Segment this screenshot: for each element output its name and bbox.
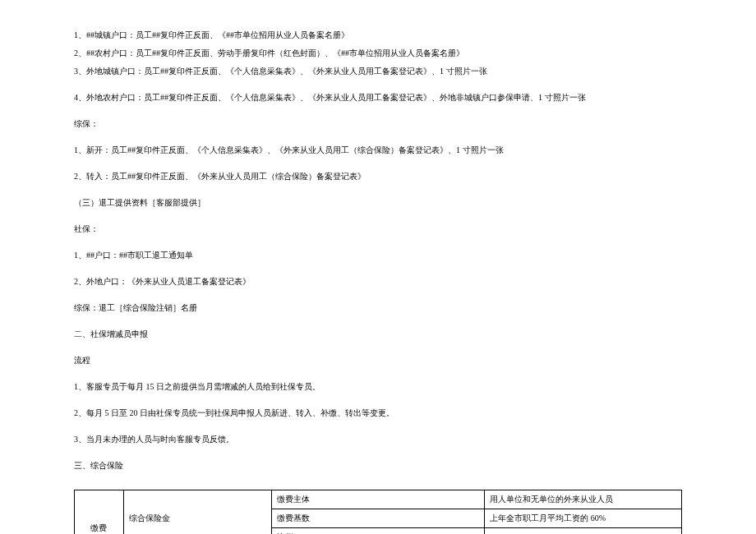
label-shebao: 社保： xyxy=(74,222,682,237)
line-9: 2、外地户口：《外来从业人员退工备案登记表》 xyxy=(74,274,682,289)
cell: 用人单位和无单位的外来从业人员 xyxy=(485,490,682,509)
label-process: 流程 xyxy=(74,353,682,368)
line-8: 1、##户口：##市职工退工通知单 xyxy=(74,248,682,263)
process-2: 2、每月 5 日至 20 日由社保专员统一到社保局申报人员新进、转入、补缴、转出… xyxy=(74,406,682,421)
cell: 缴费主体 xyxy=(271,490,485,509)
line-7: （三）退工提供资料［客服部提供］ xyxy=(74,196,682,210)
line-1: 1、##城镇户口：员工##复印件正反面、《##市单位招用从业人员备案名册》 xyxy=(74,28,682,43)
heading-2: 二、社保增减员申报 xyxy=(74,327,682,342)
label-zongbao: 综保： xyxy=(74,117,682,131)
insurance-table: 缴费 综合保险金 缴费主体 用人单位和无单位的外来从业人员 缴费基数 上年全市职… xyxy=(74,490,682,534)
cell: 上年全市职工月平均工资的 60% xyxy=(485,509,682,528)
line-6: 2、转入：员工##复印件正反面、《外来从业人员用工（综合保险）备案登记表》 xyxy=(74,169,682,184)
line-4: 4、外地农村户口：员工##复印件正反面、《个人信息采集表》、《外来从业人员用工备… xyxy=(74,90,682,105)
line-5: 1、新开：员工##复印件正反面、《个人信息采集表》、《外来从业人员用工（综合保险… xyxy=(74,143,682,158)
line-10: 综保：退工［综合保险注销］名册 xyxy=(74,301,682,315)
table-row: 缴费 综合保险金 缴费主体 用人单位和无单位的外来从业人员 xyxy=(75,490,682,509)
line-2: 2、##农村户口：员工##复印件正反面、劳动手册复印件（红色封面）、《##市单位… xyxy=(74,46,682,61)
process-1: 1、客服专员于每月 15 日之前提供当月需增减的人员给到社保专员。 xyxy=(74,380,682,394)
cell: 综合保险金 xyxy=(123,490,271,535)
cell: 比例 xyxy=(271,528,485,535)
heading-3: 三、综合保险 xyxy=(74,458,682,473)
process-3: 3、当月未办理的人员与时向客服专员反馈。 xyxy=(74,432,682,447)
cell-jiaofei: 缴费 xyxy=(75,490,124,535)
cell: 12.5% xyxy=(485,528,682,535)
line-3: 3、外地城镇户口：员工##复印件正反面、《个人信息采集表》、《外来从业人员用工备… xyxy=(74,64,682,79)
cell: 缴费基数 xyxy=(271,509,485,528)
